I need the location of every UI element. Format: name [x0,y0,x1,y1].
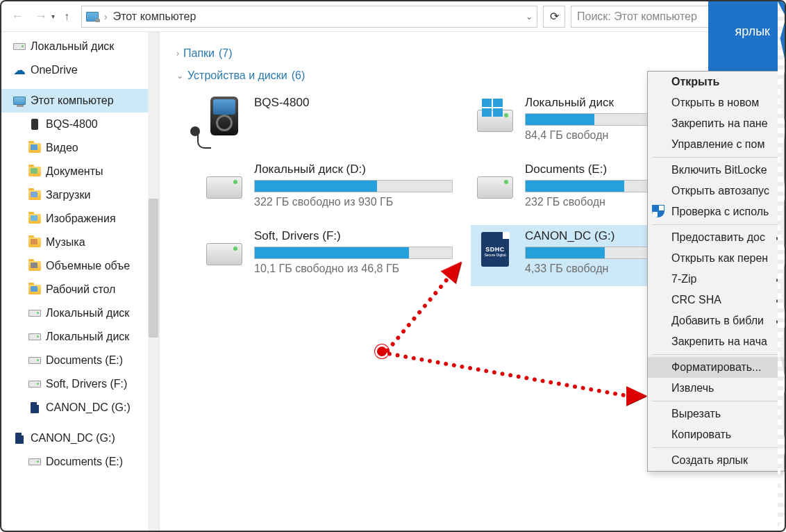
hard-drive-icon [475,163,515,203]
tree-item-label: Documents (E:) [46,354,123,367]
context-menu-item[interactable]: Копировать [648,424,784,445]
drive-icon [28,331,42,342]
tree-item-label: Загрузки [46,189,90,201]
drive-name: Локальный диск (D:) [254,163,453,176]
tree-item-label: Видео [46,142,78,154]
menu-separator [652,157,780,158]
tree-item-label: Музыка [46,236,85,249]
shield-icon [652,205,666,219]
nav-up-button[interactable]: ↑ [58,10,76,23]
tree-item[interactable]: Загрузки [1,183,159,207]
address-dropdown-icon[interactable]: ⌄ [526,12,533,22]
navigation-tree: ▴ Локальный диск☁OneDriveЭтот компьютерB… [1,32,160,531]
context-menu-item[interactable]: Включить BitLocke [648,160,784,181]
pc-icon [86,12,99,22]
tree-item[interactable]: Локальный диск [1,35,159,58]
breadcrumb-separator: › [104,11,108,22]
context-menu-item[interactable]: Предоставить дос▸ [648,227,784,248]
tree-item[interactable]: Documents (E:) [1,450,159,474]
tree-item-label: Локальный диск [46,307,129,319]
search-placeholder: Поиск: Этот компьютер [577,10,697,23]
tree-item-label: Локальный диск [31,40,114,53]
folder-icon [28,260,42,272]
menu-separator [652,401,780,401]
context-menu-item[interactable]: 7-Zip▸ [648,269,784,290]
chevron-right-icon: › [176,49,179,58]
chevron-down-icon: ⌄ [176,71,183,81]
drive-icon [28,456,42,467]
nav-forward-button[interactable]: → [31,6,51,27]
context-menu-item[interactable]: Вырезать [648,404,784,424]
folder-icon [28,166,42,177]
tree-item-label: CANON_DC (G:) [31,432,115,444]
tree-item[interactable]: Локальный диск [1,301,159,325]
tree-item[interactable]: Этот компьютер [1,89,159,113]
windows-drive-icon [475,96,515,136]
drive-free-text: 10,1 ГБ свободно из 46,8 ГБ [254,263,453,275]
folder-icon [28,213,42,224]
drive-name: BQS-4800 [254,96,453,110]
tree-item[interactable]: Видео [1,136,159,160]
context-menu-item[interactable]: Проверка с исполь [648,201,784,222]
section-folders[interactable]: › Папки (7) [176,47,772,60]
drive-icon [12,41,26,52]
drive-item[interactable]: Soft, Drivers (F:)10,1 ГБ свободно из 46… [200,225,457,286]
context-menu-item[interactable]: Добавить в библи▸ [648,310,784,331]
tree-item[interactable]: Локальный диск [1,325,159,349]
tree-item[interactable]: BQS-4800 [1,113,159,136]
address-bar[interactable]: › Этот компьютер ⌄ [81,6,537,28]
context-menu-item[interactable]: Открыть автозапус [648,181,784,201]
sidebar-scrollbar[interactable] [148,32,159,531]
drive-free-text: 322 ГБ свободно из 930 ГБ [254,196,453,208]
tree-item[interactable]: Документы [1,160,159,183]
tree-item[interactable]: CANON_DC (G:) [1,396,159,419]
address-location[interactable]: Этот компьютер [113,10,196,23]
drive-item[interactable]: Локальный диск (D:)322 ГБ свободно из 93… [200,158,457,219]
pc-icon [12,95,26,106]
drive-item[interactable]: BQS-4800 [200,92,457,153]
annotation-line-2 [387,351,634,399]
tree-item[interactable]: Soft, Drivers (F:) [1,372,159,396]
context-menu-item[interactable]: Открыть в новом [648,92,784,113]
tree-item[interactable]: Рабочий стол [1,278,159,301]
tree-item[interactable]: CANON_DC (G:) [1,426,159,450]
refresh-button[interactable]: ⟳ [543,6,565,28]
tree-item[interactable]: ☁OneDrive [1,58,159,82]
menu-separator [652,224,780,225]
tree-item-label: Этот компьютер [31,94,114,107]
capacity-bar [254,180,453,192]
tree-item-label: Рабочий стол [46,283,115,296]
context-menu-item[interactable]: Создать ярлык [648,450,784,471]
sd-card-icon [12,433,26,444]
phone-icon [28,119,42,130]
tree-item-label: Soft, Drivers (F:) [46,378,127,390]
tree-item[interactable]: Объемные объе [1,254,159,278]
tree-item[interactable]: Изображения [1,207,159,231]
context-menu-item[interactable]: Извлечь [648,378,784,399]
menu-separator [652,447,780,448]
hard-drive-icon [204,163,244,203]
tree-item-label: Documents (E:) [46,456,123,468]
tree-item-label: Изображения [46,213,116,225]
scrollbar-thumb[interactable] [149,199,158,338]
context-menu-item[interactable]: Открыть [648,72,784,92]
context-menu-item[interactable]: Закрепить на пане [648,113,784,134]
section-devices-label: Устройства и диски [187,69,287,82]
context-menu-item[interactable]: Закрепить на нача [648,331,784,352]
nav-back-button[interactable]: ← [7,6,28,27]
context-menu-item[interactable]: Форматировать... [648,357,784,378]
tree-item-label: Объемные объе [46,260,130,272]
navigation-bar: ← → ▾ ↑ › Этот компьютер ⌄ ⟳ Поиск: Этот… [1,1,785,32]
context-menu-item[interactable]: Управление с пом [648,134,784,155]
tree-item[interactable]: Музыка [1,231,159,254]
nav-history-dropdown[interactable]: ▾ [51,13,55,20]
context-menu-item[interactable]: CRC SHA▸ [648,290,784,310]
tree-item[interactable]: Documents (E:) [1,349,159,372]
context-title-badge: ярлык [735,24,770,39]
drive-icon [28,308,42,319]
tree-item-label: Локальный диск [46,331,129,343]
context-menu-item[interactable]: Открыть как перен [648,248,784,269]
drive-name: Soft, Drivers (F:) [254,229,453,243]
section-folders-count: (7) [219,47,233,60]
folder-icon [28,142,42,153]
